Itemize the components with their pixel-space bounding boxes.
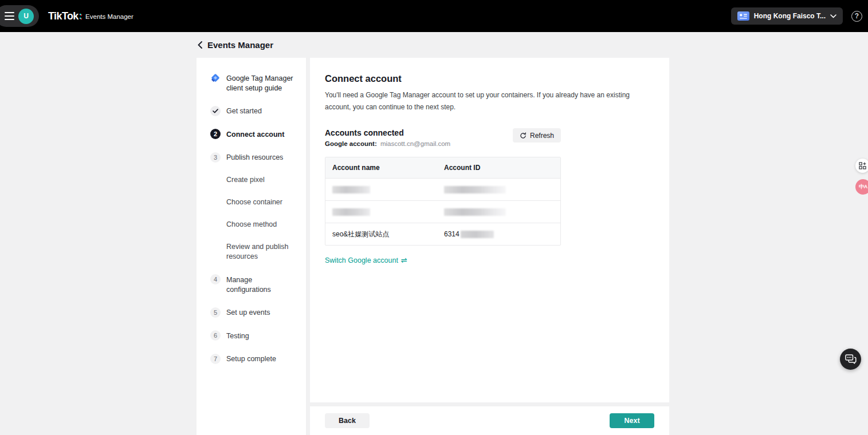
topbar-right: Hong Kong Faisco T... ? <box>731 7 868 25</box>
substep-review-publish[interactable]: Review and publish resources <box>226 242 298 262</box>
step-testing[interactable]: 6 Testing <box>210 330 300 341</box>
check-icon <box>210 106 221 116</box>
step-label: Set up events <box>226 307 270 318</box>
substep-create-pixel[interactable]: Create pixel <box>226 175 298 185</box>
step-connect-account[interactable]: 2 Connect account <box>210 129 300 140</box>
redacted-account-id <box>444 208 506 216</box>
tiktok-logo: TikTok : Events Manager <box>48 10 133 22</box>
widget-grid-plus-icon <box>859 162 866 169</box>
avatar[interactable]: U <box>18 9 34 24</box>
column-header-account-name: Account name <box>325 164 444 172</box>
google-account-line: Google account: miascott.cn@gmail.com <box>325 140 450 147</box>
step-label: Publish resources <box>226 152 283 163</box>
step-number-badge: 6 <box>210 330 221 341</box>
step-label: Connect account <box>226 129 284 140</box>
google-tag-manager-icon <box>210 73 221 83</box>
setup-steps-sidebar: Google Tag Manager client setup guide Ge… <box>197 58 306 435</box>
step-label: Get started <box>226 106 262 117</box>
refresh-icon <box>520 132 527 139</box>
account-switcher-label: Hong Kong Faisco T... <box>754 12 826 20</box>
step-number-badge: 3 <box>210 152 221 163</box>
topbar: U TikTok : Events Manager Hong Kong Fais… <box>0 0 868 32</box>
step-manage-configurations[interactable]: 4 Manage configurations <box>210 274 300 295</box>
switch-google-account-link[interactable]: Switch Google account ⇌ <box>325 256 407 264</box>
step-number-badge: 4 <box>210 274 221 284</box>
step-get-started[interactable]: Get started <box>210 106 300 117</box>
accounts-table-header: Account name Account ID <box>325 157 560 178</box>
accounts-connected-title: Accounts connected <box>325 128 450 137</box>
step-number-badge: 2 <box>210 129 221 139</box>
breadcrumb-label: Events Manager <box>207 40 273 50</box>
accounts-connected-header: Accounts connected Google account: miasc… <box>325 128 561 147</box>
redacted-account-id-suffix <box>461 231 494 238</box>
chat-windows-icon <box>845 354 857 364</box>
chevron-left-icon <box>198 41 202 49</box>
account-switcher[interactable]: Hong Kong Faisco T... <box>731 7 843 25</box>
step-label: Testing <box>226 330 249 341</box>
back-button[interactable]: Back <box>325 413 370 428</box>
redacted-account-id <box>444 186 506 193</box>
page-description: You'll need a Google Tag Manager account… <box>325 89 654 113</box>
account-name-cell: seo&社媒测试站点 <box>325 230 444 239</box>
guide-title: Google Tag Manager client setup guide <box>226 73 298 93</box>
hamburger-menu-icon[interactable] <box>5 12 14 20</box>
table-row <box>325 178 560 200</box>
support-chat-button[interactable] <box>840 349 861 370</box>
connect-account-panel: Connect account You'll need a Google Tag… <box>310 58 669 402</box>
id-card-icon <box>737 11 749 21</box>
switch-arrows-icon: ⇌ <box>401 256 407 264</box>
translate-button[interactable]: 中A <box>855 179 868 195</box>
breadcrumb[interactable]: Events Manager <box>198 40 273 50</box>
tiktok-logo-colon-icon: : <box>79 11 82 21</box>
step-label: Manage configurations <box>226 274 298 295</box>
guide-title-item: Google Tag Manager client setup guide <box>210 73 300 93</box>
google-account-label: Google account: <box>325 140 377 147</box>
help-button[interactable]: ? <box>851 11 862 22</box>
google-account-email: miascott.cn@gmail.com <box>380 140 450 147</box>
step-number-badge: 7 <box>210 354 221 364</box>
step-label: Setup complete <box>226 354 276 365</box>
translate-icon: 中A <box>859 183 867 191</box>
step-setup-complete[interactable]: 7 Setup complete <box>210 354 300 365</box>
step-publish-resources[interactable]: 3 Publish resources <box>210 152 300 163</box>
next-button[interactable]: Next <box>610 413 654 428</box>
tiktok-logo-text: TikTok <box>48 10 78 22</box>
accounts-table: Account name Account ID seo&社媒测试站点 6314 <box>325 157 561 246</box>
browser-extension-button[interactable] <box>855 159 868 173</box>
redacted-account-name <box>332 208 370 216</box>
column-header-account-id: Account ID <box>444 164 560 172</box>
refresh-button[interactable]: Refresh <box>513 128 561 143</box>
wizard-footer: Back Next <box>310 406 669 435</box>
step-set-up-events[interactable]: 5 Set up events <box>210 307 300 318</box>
topbar-left: U TikTok : Events Manager <box>0 0 133 32</box>
redacted-account-name <box>332 186 370 193</box>
chevron-down-icon <box>830 14 836 18</box>
menu-avatar-pill: U <box>0 5 39 27</box>
step-number-badge: 5 <box>210 307 221 318</box>
table-row <box>325 200 560 223</box>
switch-link-label: Switch Google account <box>325 256 398 264</box>
account-id-prefix: 6314 <box>444 230 459 238</box>
substep-choose-method[interactable]: Choose method <box>226 220 298 230</box>
table-row: seo&社媒测试站点 6314 <box>325 223 560 245</box>
refresh-label: Refresh <box>530 132 554 140</box>
substep-choose-container[interactable]: Choose container <box>226 197 298 207</box>
page-title: Connect account <box>325 73 654 84</box>
product-name: Events Manager <box>85 13 133 20</box>
